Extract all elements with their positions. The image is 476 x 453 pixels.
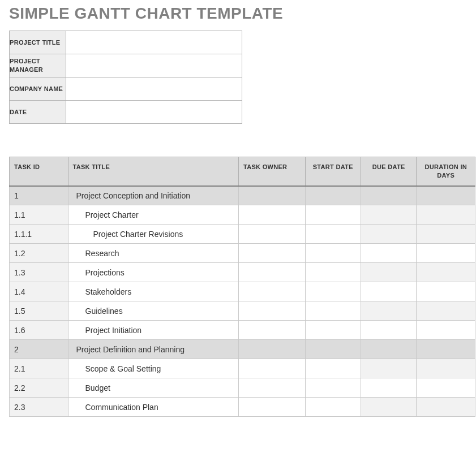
task-id-cell[interactable]: 1 bbox=[10, 187, 68, 204]
task-due-cell[interactable] bbox=[361, 206, 416, 223]
task-start-cell[interactable] bbox=[306, 379, 361, 396]
task-due-cell[interactable] bbox=[361, 283, 416, 300]
task-id-cell[interactable]: 2 bbox=[10, 341, 68, 358]
task-dur-cell[interactable] bbox=[417, 341, 475, 358]
task-owner-cell[interactable] bbox=[239, 360, 305, 377]
task-due-cell[interactable] bbox=[361, 399, 416, 416]
task-start-cell[interactable] bbox=[306, 187, 361, 204]
task-title-cell[interactable]: Budget bbox=[68, 379, 238, 396]
task-owner-cell[interactable] bbox=[239, 399, 305, 416]
task-start-cell[interactable] bbox=[306, 399, 361, 416]
task-dur-cell[interactable] bbox=[417, 303, 475, 320]
task-id-cell[interactable]: 1.2 bbox=[10, 245, 68, 262]
task-due-cell[interactable] bbox=[361, 264, 416, 281]
info-label: PROJECT MANAGER bbox=[10, 54, 66, 77]
task-start-cell[interactable] bbox=[306, 360, 361, 377]
task-id-cell[interactable]: 2.3 bbox=[10, 399, 68, 416]
task-dur-cell[interactable] bbox=[417, 399, 475, 416]
task-due-cell[interactable] bbox=[361, 360, 416, 377]
col-header-due: DUE DATE bbox=[361, 157, 416, 186]
info-label: COMPANY NAME bbox=[10, 77, 66, 101]
task-due-cell[interactable] bbox=[361, 245, 416, 262]
task-start-cell[interactable] bbox=[306, 206, 361, 223]
task-dur-cell[interactable] bbox=[417, 245, 475, 262]
task-id-cell[interactable]: 1.5 bbox=[10, 303, 68, 320]
task-start-cell[interactable] bbox=[306, 283, 361, 300]
task-dur-cell[interactable] bbox=[417, 322, 475, 339]
task-row: 2.2Budget bbox=[10, 378, 475, 398]
info-value-input[interactable] bbox=[66, 31, 242, 54]
info-row: DATE bbox=[10, 101, 242, 124]
col-header-id: TASK ID bbox=[10, 157, 68, 186]
info-label: DATE bbox=[10, 101, 66, 124]
task-title-cell[interactable]: Project Charter bbox=[68, 206, 238, 223]
task-section-row: 2Project Definition and Planning bbox=[10, 340, 475, 359]
task-row: 1.4Stakeholders bbox=[10, 282, 475, 301]
task-title-cell[interactable]: Communication Plan bbox=[68, 399, 238, 416]
task-start-cell[interactable] bbox=[306, 264, 361, 281]
task-title-cell[interactable]: Stakeholders bbox=[68, 283, 238, 300]
task-owner-cell[interactable] bbox=[239, 341, 305, 358]
task-start-cell[interactable] bbox=[306, 245, 361, 262]
info-row: PROJECT MANAGER bbox=[10, 54, 242, 77]
info-row: COMPANY NAME bbox=[10, 77, 242, 101]
task-id-cell[interactable]: 2.1 bbox=[10, 360, 68, 377]
task-due-cell[interactable] bbox=[361, 322, 416, 339]
task-id-cell[interactable]: 1.1.1 bbox=[10, 226, 68, 243]
task-start-cell[interactable] bbox=[306, 226, 361, 243]
task-owner-cell[interactable] bbox=[239, 187, 305, 204]
task-id-cell[interactable]: 1.6 bbox=[10, 322, 68, 339]
info-value-input[interactable] bbox=[66, 101, 242, 123]
task-owner-cell[interactable] bbox=[239, 245, 305, 262]
task-section-row: 1Project Conception and Initiation bbox=[10, 186, 475, 205]
task-title-cell[interactable]: Projections bbox=[68, 264, 238, 281]
task-dur-cell[interactable] bbox=[417, 187, 475, 204]
task-dur-cell[interactable] bbox=[417, 206, 475, 223]
task-row: 2.1Scope & Goal Setting bbox=[10, 359, 475, 378]
task-dur-cell[interactable] bbox=[417, 379, 475, 396]
task-start-cell[interactable] bbox=[306, 322, 361, 339]
task-owner-cell[interactable] bbox=[239, 379, 305, 396]
task-dur-cell[interactable] bbox=[417, 283, 475, 300]
task-owner-cell[interactable] bbox=[239, 303, 305, 320]
task-start-cell[interactable] bbox=[306, 341, 361, 358]
task-owner-cell[interactable] bbox=[239, 283, 305, 300]
task-id-cell[interactable]: 1.4 bbox=[10, 283, 68, 300]
task-dur-cell[interactable] bbox=[417, 226, 475, 243]
task-due-cell[interactable] bbox=[361, 187, 416, 204]
task-title-cell[interactable]: Project Initiation bbox=[68, 322, 238, 339]
task-title-cell[interactable]: Guidelines bbox=[68, 303, 238, 320]
info-value-input[interactable] bbox=[66, 77, 242, 100]
info-label: PROJECT TITLE bbox=[10, 31, 66, 54]
task-id-cell[interactable]: 1.3 bbox=[10, 264, 68, 281]
task-row: 1.1Project Charter bbox=[10, 205, 475, 225]
task-due-cell[interactable] bbox=[361, 379, 416, 396]
task-row: 1.1.1Project Charter Revisions bbox=[10, 225, 475, 244]
task-header-row: TASK ID TASK TITLE TASK OWNER START DATE… bbox=[10, 157, 475, 186]
task-id-cell[interactable]: 1.1 bbox=[10, 206, 68, 223]
task-owner-cell[interactable] bbox=[239, 322, 305, 339]
task-title-cell[interactable]: Project Definition and Planning bbox=[68, 341, 238, 358]
task-row: 1.2Research bbox=[10, 244, 475, 263]
col-header-dur: DURATION IN DAYS bbox=[417, 157, 475, 186]
task-title-cell[interactable]: Scope & Goal Setting bbox=[68, 360, 238, 377]
info-value-input[interactable] bbox=[66, 54, 242, 77]
task-row: 1.5Guidelines bbox=[10, 301, 475, 321]
task-dur-cell[interactable] bbox=[417, 360, 475, 377]
task-start-cell[interactable] bbox=[306, 303, 361, 320]
task-id-cell[interactable]: 2.2 bbox=[10, 379, 68, 396]
task-owner-cell[interactable] bbox=[239, 206, 305, 223]
task-title-cell[interactable]: Research bbox=[68, 245, 238, 262]
project-info-table: PROJECT TITLEPROJECT MANAGERCOMPANY NAME… bbox=[9, 31, 242, 124]
task-owner-cell[interactable] bbox=[239, 226, 305, 243]
task-due-cell[interactable] bbox=[361, 226, 416, 243]
task-due-cell[interactable] bbox=[361, 341, 416, 358]
task-row: 1.3Projections bbox=[10, 263, 475, 282]
task-owner-cell[interactable] bbox=[239, 264, 305, 281]
task-dur-cell[interactable] bbox=[417, 264, 475, 281]
task-row: 2.3Communication Plan bbox=[10, 398, 475, 417]
task-due-cell[interactable] bbox=[361, 303, 416, 320]
task-title-cell[interactable]: Project Charter Revisions bbox=[68, 226, 238, 243]
col-header-start: START DATE bbox=[305, 157, 361, 186]
task-title-cell[interactable]: Project Conception and Initiation bbox=[68, 187, 238, 204]
